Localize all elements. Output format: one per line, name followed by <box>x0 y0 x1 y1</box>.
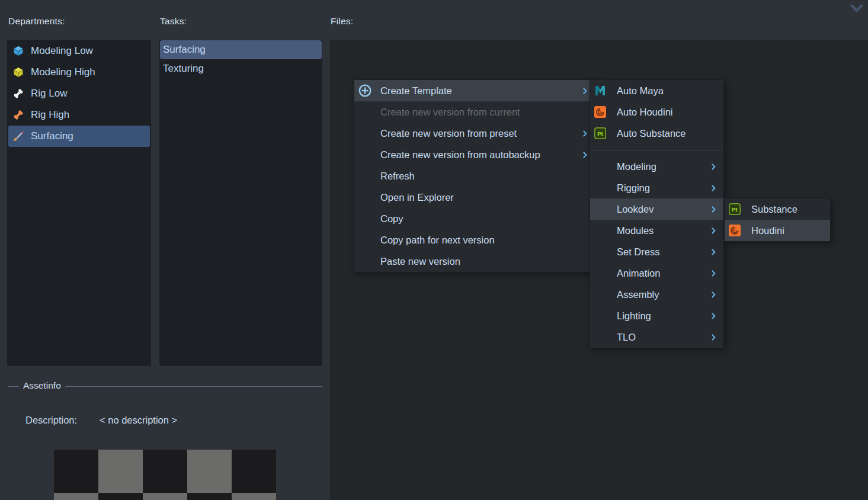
cube-yellow-icon <box>12 66 24 78</box>
department-list-item[interactable]: Modeling High <box>8 62 150 83</box>
context-menu-item[interactable]: Create new version from preset <box>354 123 595 144</box>
menu-item-label: Set Dress <box>617 246 659 258</box>
files-heading: Files: <box>331 16 353 27</box>
context-menu-item[interactable]: Create Template <box>354 80 595 101</box>
submenu-arrow-icon <box>710 291 718 299</box>
toolbar <box>848 0 868 40</box>
menu-item-label: Assembly <box>617 289 659 300</box>
paintbrush-icon <box>12 130 24 142</box>
svg-text:Pt: Pt <box>597 130 603 137</box>
menu-item-icon <box>594 331 606 343</box>
menu-item-icon <box>358 190 372 204</box>
template-apps-section: Auto Maya Auto Houdini Pt Auto Substance <box>590 80 723 144</box>
submenu-arrow-icon <box>710 312 718 320</box>
submenu-arrow-icon <box>581 151 589 159</box>
departments-heading: Departments: <box>8 16 65 27</box>
lookdev-submenu-item[interactable]: Pt Substance <box>725 198 830 220</box>
template-categories-section: Modeling Rigging Lookdev Modules <box>590 156 723 348</box>
context-menu-item: Create new version from current <box>354 101 595 123</box>
context-menu-item[interactable]: Open in Explorer <box>354 187 595 208</box>
template-app-item[interactable]: Auto Maya <box>590 80 723 101</box>
submenu-arrow-icon <box>710 334 718 341</box>
template-app-item[interactable]: Auto Houdini <box>590 101 723 123</box>
houdini-icon <box>729 225 741 236</box>
department-list-item[interactable]: Surfacing <box>8 126 150 147</box>
context-menu-item[interactable]: Copy path for next version <box>354 229 595 251</box>
menu-item-icon <box>594 225 606 236</box>
description-value: < no description > <box>100 415 177 426</box>
menu-item-label: Create Template <box>380 85 452 97</box>
template-app-item[interactable]: Pt Auto Substance <box>590 123 723 144</box>
description-label: Description: <box>25 415 77 425</box>
menu-item-icon <box>594 182 606 194</box>
menu-item-icon <box>594 246 606 258</box>
menu-item-icon <box>358 105 372 119</box>
maya-icon <box>594 85 606 97</box>
template-category-item[interactable]: Modules <box>590 220 723 241</box>
menu-item-icon <box>594 310 606 322</box>
menu-item-label: TLO <box>617 332 636 343</box>
menu-item-label: Houdini <box>751 225 784 236</box>
menu-item-label: Substance <box>751 204 797 215</box>
task-label: Texturing <box>163 63 204 75</box>
substance-icon: Pt <box>729 203 741 215</box>
menu-item-icon <box>594 161 606 172</box>
menu-item-label: Paste new version <box>380 256 460 267</box>
menu-item-label: Auto Houdini <box>617 107 672 118</box>
context-menu-item[interactable]: Paste new version <box>354 251 595 272</box>
submenu-arrow-icon <box>710 270 718 277</box>
menu-item-label: Lookdev <box>617 204 654 215</box>
template-category-item[interactable]: Set Dress <box>590 241 723 262</box>
menu-item-label: Animation <box>617 268 660 279</box>
template-category-item[interactable]: Modeling <box>590 156 723 177</box>
department-list-item[interactable]: Modeling Low <box>8 40 150 62</box>
menu-item-label: Create new version from preset <box>380 128 517 139</box>
create-template-submenu: Auto Maya Auto Houdini Pt Auto Substance… <box>590 79 724 348</box>
menu-item-icon <box>358 126 372 140</box>
task-label: Surfacing <box>163 44 206 56</box>
submenu-arrow-icon <box>710 248 718 256</box>
chevron-down-icon <box>848 1 866 16</box>
description-row: Description: < no description > <box>25 415 77 426</box>
menu-item-label: Copy path for next version <box>380 235 495 246</box>
department-label: Modeling Low <box>31 45 93 57</box>
menu-item-label: Refresh <box>380 171 415 182</box>
menu-item-label: Auto Substance <box>617 128 686 139</box>
svg-text:Pt: Pt <box>732 206 738 213</box>
department-label: Rig High <box>31 109 69 121</box>
context-menu-item[interactable]: Copy <box>354 208 595 229</box>
task-list-item[interactable]: Surfacing <box>160 40 322 59</box>
department-label: Surfacing <box>31 130 73 142</box>
template-category-item[interactable]: Lighting <box>590 305 723 326</box>
menu-item-label: Create new version from autobackup <box>380 149 540 161</box>
bone-white-icon <box>12 88 24 100</box>
plus-circle-icon <box>358 84 372 98</box>
template-category-item[interactable]: Assembly <box>590 284 723 305</box>
files-context-menu: Create Template Create new version from … <box>354 79 595 273</box>
menu-item-label: Modeling <box>617 161 656 172</box>
department-list-item[interactable]: Rig High <box>8 104 150 126</box>
assetinfo-title: Assetinfo <box>19 380 65 391</box>
menu-item-icon <box>358 169 372 183</box>
menu-item-icon <box>594 289 606 300</box>
template-category-item[interactable]: Rigging <box>590 177 723 198</box>
menu-item-label: Copy <box>380 213 403 225</box>
context-menu-item[interactable]: Refresh <box>354 165 595 187</box>
menu-item-icon <box>358 211 372 226</box>
cube-blue-icon <box>12 45 24 57</box>
menu-separator <box>590 144 723 156</box>
dropdown-chevron-button[interactable] <box>848 0 868 17</box>
menu-item-icon <box>594 267 606 279</box>
department-list-item[interactable]: Rig Low <box>8 83 150 104</box>
template-category-item[interactable]: Lookdev <box>590 198 723 220</box>
context-menu-item[interactable]: Create new version from autobackup <box>354 144 595 165</box>
task-list-item[interactable]: Texturing <box>160 59 322 78</box>
asset-preview-image <box>54 450 276 500</box>
departments-list: Modeling Low Modeling High Rig Low Rig H… <box>7 40 151 366</box>
submenu-arrow-icon <box>581 130 589 137</box>
template-category-item[interactable]: TLO <box>590 326 723 348</box>
lookdev-submenu-item[interactable]: Houdini <box>725 220 830 241</box>
template-category-item[interactable]: Animation <box>590 262 723 284</box>
menu-item-icon <box>358 233 372 247</box>
menu-item-label: Modules <box>617 225 654 236</box>
